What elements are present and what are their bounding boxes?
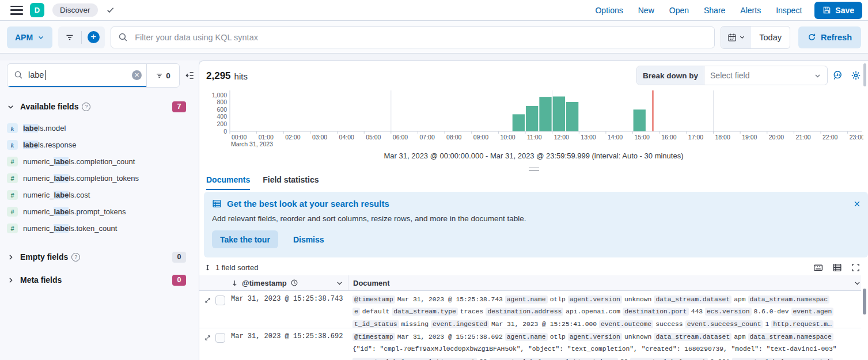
callout-title: Get the best look at your search results: [227, 199, 389, 209]
sort-desc-icon: [231, 279, 238, 287]
field-item-labels.response[interactable]: klabels.response: [7, 137, 199, 153]
gear-icon[interactable]: [851, 70, 861, 81]
chevron-right-icon: [7, 253, 14, 261]
tab-documents[interactable]: Documents: [206, 175, 250, 190]
doc-field-value: Mar 31, 2023 @ 15:25:41.000: [491, 320, 597, 328]
doc-field-name: http.request.m…: [771, 320, 833, 328]
data-view-picker[interactable]: APM: [7, 26, 52, 48]
dismiss-button[interactable]: Dismiss: [293, 235, 324, 244]
svg-text:14:00: 14:00: [608, 134, 623, 141]
field-item-numeric_labels.token_count[interactable]: #numeric_labels.token_count: [7, 220, 199, 237]
doc-field-name: t_id_status: [352, 320, 399, 328]
nav-link-inspect[interactable]: Inspect: [776, 6, 802, 15]
doc-field-name: numeric_labels.prompt_tok: [732, 358, 833, 360]
nav-link-options[interactable]: Options: [595, 6, 623, 15]
field-item-labels.model[interactable]: klabels.model: [7, 120, 199, 137]
breakdown-control: Break down by Select field: [636, 66, 828, 85]
top-header: D Discover OptionsNewOpenShareAlertsInsp…: [0, 0, 868, 21]
field-name: numeric_labels.completion_count: [23, 157, 135, 166]
doc-field-name: agent.version: [568, 295, 622, 304]
column-header-document[interactable]: Document: [348, 275, 861, 290]
text-cursor: [46, 70, 46, 80]
svg-text:March 31, 2023: March 31, 2023: [231, 141, 273, 147]
doc-field-value: otlp: [550, 295, 566, 304]
field-item-numeric_labels.completion_count[interactable]: #numeric_labels.completion_count: [7, 153, 199, 170]
svg-text:04:00: 04:00: [339, 134, 354, 141]
doc-field-name: numeric_labels.completion_tokens: [490, 358, 618, 360]
breakdown-label: Break down by: [637, 66, 704, 85]
filter-icon[interactable]: [58, 26, 81, 48]
nav-link-open[interactable]: Open: [669, 6, 689, 15]
table-icon: [212, 199, 222, 209]
row-checkbox[interactable]: [215, 333, 225, 343]
svg-text:18:00: 18:00: [715, 134, 730, 141]
field-item-numeric_labels.cost[interactable]: #numeric_labels.cost: [7, 187, 199, 203]
sorted-fields-button[interactable]: 1 field sorted: [204, 263, 258, 272]
breadcrumb[interactable]: Discover: [52, 3, 98, 17]
field-filter-toggle[interactable]: 0: [146, 64, 179, 87]
nav-link-share[interactable]: Share: [704, 6, 725, 15]
close-icon[interactable]: [853, 200, 861, 208]
refresh-button[interactable]: Refresh: [798, 26, 861, 48]
nav-link-new[interactable]: New: [638, 6, 654, 15]
doc-field-value: Mar 31, 2023 @ 15:25:38.743: [397, 295, 503, 304]
calendar-icon[interactable]: [721, 26, 751, 48]
fields-sidebar: labe ✕ 0 Available fields ? 7 klabels: [0, 60, 199, 360]
svg-text:600: 600: [217, 106, 227, 113]
meta-fields-count: 0: [172, 275, 186, 286]
svg-text:13:00: 13:00: [581, 134, 596, 141]
nav-link-alerts[interactable]: Alerts: [740, 6, 761, 15]
available-fields-section[interactable]: Available fields ? 7: [7, 95, 199, 118]
column-header-timestamp[interactable]: @timestamp: [231, 279, 348, 287]
row-timestamp: Mar 31, 2023 @ 15:25:38.692: [231, 328, 348, 360]
main-panel: 2,295 hits Break down by Select field 02…: [199, 60, 868, 360]
field-name: labels.response: [23, 141, 77, 149]
svg-text:11:00: 11:00: [527, 134, 542, 141]
app-logo[interactable]: D: [30, 3, 44, 17]
menu-icon[interactable]: [10, 6, 23, 15]
table-scrollbar[interactable]: [863, 289, 866, 314]
chart-resize-handle[interactable]: [529, 166, 539, 172]
date-range-label[interactable]: Today: [751, 26, 790, 48]
expand-row-icon[interactable]: [204, 334, 211, 342]
doc-field-name: event.success_count: [685, 320, 763, 328]
chevron-down-icon[interactable]: [336, 279, 343, 287]
row-document: @timestampMar 31, 2023 @ 15:25:38.692age…: [348, 328, 861, 360]
keyword-type-icon: k: [7, 140, 18, 150]
svg-text:200: 200: [217, 120, 227, 127]
expand-row-icon[interactable]: [204, 297, 211, 304]
field-item-numeric_labels.completion_tokens[interactable]: #numeric_labels.completion_tokens: [7, 170, 199, 187]
row-checkbox[interactable]: [215, 295, 225, 305]
doc-field-name: data_stream.dataset: [654, 295, 731, 304]
collapse-sidebar-icon[interactable]: [184, 70, 195, 81]
svg-text:07:00: 07:00: [419, 134, 434, 141]
svg-text:800: 800: [217, 98, 227, 105]
clear-icon[interactable]: ✕: [132, 70, 142, 80]
chevron-down-icon[interactable]: [854, 279, 861, 287]
panel-scrollbar[interactable]: [863, 63, 866, 86]
empty-fields-section[interactable]: Empty fields ? 0: [7, 245, 199, 268]
keyboard-icon[interactable]: [813, 263, 823, 272]
svg-text:03:00: 03:00: [312, 134, 327, 141]
number-type-icon: #: [7, 190, 18, 200]
take-tour-button[interactable]: Take the tour: [212, 230, 278, 248]
field-search-input[interactable]: labe ✕: [7, 64, 146, 87]
kql-input[interactable]: [134, 32, 707, 43]
svg-text:15:00: 15:00: [635, 134, 650, 141]
hits-histogram[interactable]: 02004006008001,00000:0001:0002:0003:0004…: [202, 87, 863, 149]
tab-field-statistics[interactable]: Field statistics: [263, 175, 319, 190]
svg-text:02:00: 02:00: [285, 134, 300, 141]
top-nav: OptionsNewOpenShareAlertsInspect: [595, 6, 802, 15]
doc-field-name: data_stream.namespac: [748, 295, 830, 304]
add-filter-icon[interactable]: +: [82, 26, 105, 48]
density-icon[interactable]: [832, 263, 842, 272]
filter-icon: [156, 72, 163, 79]
row-timestamp: Mar 31, 2023 @ 15:25:38.743: [231, 290, 348, 328]
breakdown-select[interactable]: Select field: [704, 66, 827, 85]
edit-visualization-icon[interactable]: [832, 70, 843, 81]
doc-field-name: event.ingested: [431, 320, 489, 328]
save-button[interactable]: Save: [814, 2, 862, 19]
field-item-numeric_labels.prompt_tokens[interactable]: #numeric_labels.prompt_tokens: [7, 203, 199, 220]
meta-fields-section[interactable]: Meta fields 0: [7, 268, 199, 291]
fullscreen-icon[interactable]: [851, 263, 860, 272]
